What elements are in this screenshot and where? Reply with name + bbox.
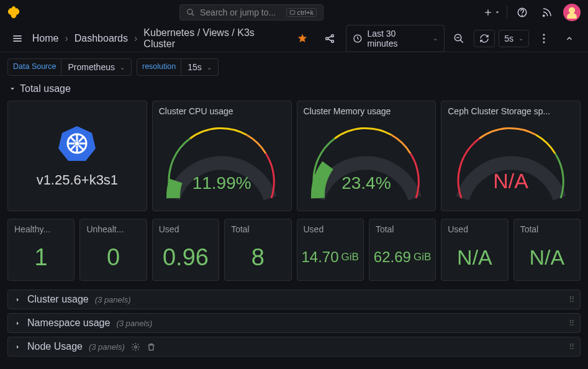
news-icon[interactable] — [536, 2, 558, 22]
chevron-right-icon: › — [134, 33, 137, 44]
add-menu[interactable] — [481, 2, 503, 22]
panel-k8s-version[interactable]: v1.25.6+k3s1 — [7, 101, 147, 211]
panel-title: Ceph Cluster Storage sp... — [441, 101, 580, 121]
svg-rect-2 — [291, 11, 296, 14]
svg-point-33 — [134, 345, 137, 348]
drag-handle-icon[interactable]: ⠿ — [569, 295, 576, 304]
more-icon[interactable] — [533, 29, 555, 48]
svg-point-20 — [543, 34, 545, 35]
section-toggle-namespace-usage[interactable]: Namespace usage (3 panels) ⠿ — [7, 313, 581, 333]
gauge-value: 11.99% — [160, 173, 284, 193]
svg-point-7 — [543, 15, 545, 16]
breadcrumb-dashboards[interactable]: Dashboards — [75, 33, 128, 44]
panel-title: Cluster Memory usage — [297, 101, 436, 121]
gauge-value: 23.4% — [304, 173, 428, 193]
refresh-interval-picker[interactable]: 5s ⌄ — [499, 30, 529, 47]
gauge-value: N/A — [449, 169, 573, 193]
stat-mem-total[interactable]: Total 62.69GiB — [369, 219, 436, 281]
zoom-out-icon[interactable] — [448, 29, 471, 48]
svg-point-6 — [522, 15, 523, 16]
menu-toggle[interactable] — [7, 29, 27, 48]
breadcrumb: Home › Dashboards › Kubernetes / Views /… — [32, 27, 287, 50]
svg-line-15 — [328, 39, 332, 40]
k8s-version-text: v1.25.6+k3s1 — [37, 172, 118, 188]
svg-point-0 — [188, 9, 192, 14]
breadcrumb-home[interactable]: Home — [32, 33, 59, 44]
stat-mem-used[interactable]: Used 14.70GiB — [297, 219, 364, 281]
chevron-right-icon — [14, 344, 21, 350]
gauge-chart — [304, 125, 428, 206]
panel-ceph-storage[interactable]: Ceph Cluster Storage sp... N/A — [441, 101, 581, 211]
section-title: Total usage — [20, 83, 71, 94]
user-avatar[interactable] — [561, 2, 583, 22]
stat-cpu-used[interactable]: Used 0.96 — [152, 219, 219, 281]
time-range-picker[interactable]: Last 30 minutes ⌄ — [346, 25, 445, 52]
svg-point-24 — [75, 142, 79, 146]
panel-row-2: Healthy... 1 Unhealt... 0 Used 0.96 Tota… — [0, 216, 588, 286]
panel-title: Cluster CPU usage — [153, 101, 291, 121]
star-icon[interactable] — [291, 29, 314, 48]
topbar: Search or jump to... ctrl+k — [0, 0, 588, 25]
help-icon[interactable] — [511, 2, 533, 22]
stat-ceph-total[interactable]: Total N/A — [513, 219, 581, 281]
kubernetes-icon — [57, 124, 97, 163]
drag-handle-icon[interactable]: ⠿ — [569, 319, 576, 328]
trash-icon[interactable] — [147, 342, 156, 352]
resolution-label: resolution — [137, 58, 181, 76]
collapse-icon[interactable] — [559, 29, 581, 48]
panel-cpu-usage[interactable]: Cluster CPU usage 11.99% — [152, 101, 292, 211]
stat-cpu-total[interactable]: Total 8 — [224, 219, 291, 281]
search-input[interactable]: Search or jump to... ctrl+k — [179, 4, 323, 20]
resolution-select[interactable]: 15s ⌄ — [181, 58, 219, 76]
grafana-logo[interactable] — [5, 4, 22, 21]
panel-row-1: v1.25.6+k3s1 Cluster CPU usage 11.99% Cl… — [0, 98, 588, 216]
datasource-label: Data Source — [7, 58, 61, 76]
svg-point-21 — [543, 37, 545, 39]
drag-handle-icon[interactable]: ⠿ — [569, 342, 576, 352]
chevron-down-icon: ⌄ — [120, 64, 125, 71]
share-icon[interactable] — [319, 29, 341, 48]
svg-line-18 — [461, 40, 464, 43]
chevron-right-icon — [14, 296, 21, 303]
section-toggle-cluster-usage[interactable]: Cluster usage (3 panels) ⠿ — [7, 289, 581, 309]
chevron-right-icon — [14, 320, 21, 327]
chevron-down-icon: ⌄ — [207, 64, 212, 71]
stat-unhealthy[interactable]: Unhealt... 0 — [79, 219, 147, 281]
svg-line-14 — [328, 36, 332, 38]
chevron-right-icon: › — [65, 33, 68, 44]
datasource-select[interactable]: Prometheus ⌄ — [61, 58, 131, 76]
subbar: Home › Dashboards › Kubernetes / Views /… — [0, 25, 588, 52]
gauge-chart — [449, 125, 573, 206]
search-placeholder: Search or jump to... — [200, 7, 276, 17]
collapsed-sections: Cluster usage (3 panels) ⠿ Namespace usa… — [0, 286, 588, 357]
search-shortcut: ctrl+k — [286, 8, 317, 17]
stat-ceph-used[interactable]: Used N/A — [441, 219, 508, 281]
section-toggle-node-usage[interactable]: Node Usage (3 panels) ⠿ — [7, 337, 581, 357]
chevron-down-icon: ⌄ — [433, 35, 438, 42]
gear-icon[interactable] — [131, 342, 140, 352]
svg-point-22 — [543, 41, 545, 43]
chevron-down-icon: ⌄ — [518, 35, 523, 42]
gauge-chart — [160, 125, 284, 206]
chevron-down-icon — [9, 85, 16, 93]
svg-line-1 — [192, 14, 194, 16]
breadcrumb-current: Kubernetes / Views / K3s Cluster — [143, 27, 286, 50]
section-toggle-total-usage[interactable]: Total usage — [0, 80, 588, 98]
refresh-button[interactable] — [474, 30, 495, 47]
variable-row: Data Source Prometheus ⌄ resolution 15s … — [0, 52, 588, 80]
panel-memory-usage[interactable]: Cluster Memory usage 23.4% — [297, 101, 436, 211]
stat-healthy[interactable]: Healthy... 1 — [7, 219, 75, 281]
